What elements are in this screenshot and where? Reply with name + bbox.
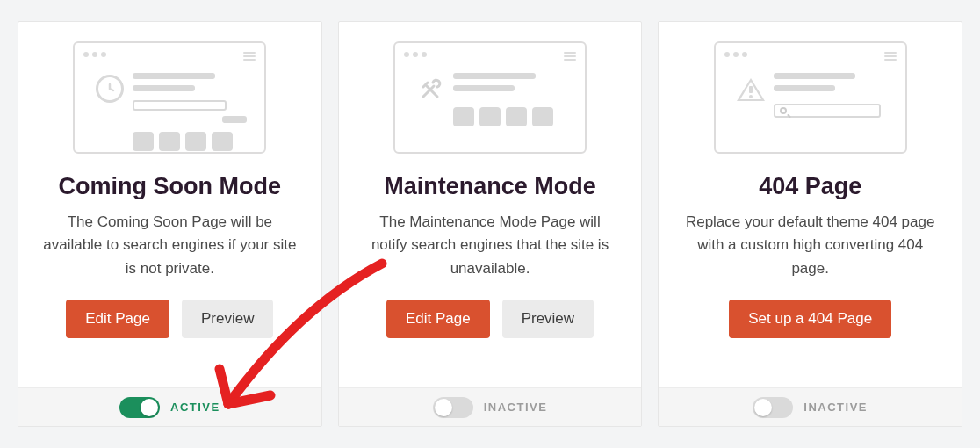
card-404: 404 Page Replace your default theme 404 …: [658, 21, 962, 427]
edit-page-button[interactable]: Edit Page: [386, 300, 490, 338]
button-row: Set up a 404 Page: [729, 300, 891, 338]
button-row: Edit Page Preview: [66, 300, 273, 338]
setup-404-button[interactable]: Set up a 404 Page: [729, 300, 891, 338]
thumbnail-404: [714, 41, 907, 154]
card-footer: ACTIVE: [18, 387, 321, 426]
status-label: ACTIVE: [170, 401, 220, 414]
magnifier-icon: [780, 107, 787, 114]
card-title: Coming Soon Mode: [59, 173, 281, 200]
card-body: Maintenance Mode The Maintenance Mode Pa…: [339, 22, 642, 387]
toggle-404[interactable]: [753, 397, 793, 418]
card-body: 404 Page Replace your default theme 404 …: [659, 22, 962, 387]
card-footer: INACTIVE: [339, 387, 642, 426]
card-footer: INACTIVE: [659, 387, 962, 426]
edit-page-button[interactable]: Edit Page: [66, 300, 169, 338]
menu-icon: [243, 52, 256, 61]
button-row: Edit Page Preview: [386, 300, 594, 338]
search-placeholder: [774, 104, 881, 118]
card-row: Coming Soon Mode The Coming Soon Page wi…: [0, 0, 980, 448]
card-title: Maintenance Mode: [384, 173, 596, 200]
clock-icon: [96, 75, 124, 103]
toggle-coming-soon[interactable]: [119, 397, 160, 418]
thumbnail-coming-soon: [73, 41, 266, 154]
menu-icon: [884, 52, 897, 61]
thumbnail-maintenance: [393, 41, 587, 154]
preview-button[interactable]: Preview: [182, 300, 273, 338]
card-description: The Coming Soon Page will be available t…: [43, 211, 297, 280]
toggle-maintenance[interactable]: [433, 397, 473, 418]
menu-icon: [564, 52, 576, 61]
tools-icon: [415, 75, 445, 108]
card-body: Coming Soon Mode The Coming Soon Page wi…: [18, 22, 321, 387]
card-description: The Maintenance Mode Page will notify se…: [364, 211, 617, 280]
warning-icon: [737, 78, 765, 101]
preview-button[interactable]: Preview: [502, 300, 594, 338]
card-maintenance: Maintenance Mode The Maintenance Mode Pa…: [338, 21, 643, 427]
card-description: Replace your default theme 404 page with…: [683, 211, 937, 280]
status-label: INACTIVE: [484, 401, 548, 414]
card-coming-soon: Coming Soon Mode The Coming Soon Page wi…: [18, 21, 322, 427]
status-label: INACTIVE: [803, 401, 868, 414]
card-title: 404 Page: [759, 173, 861, 200]
